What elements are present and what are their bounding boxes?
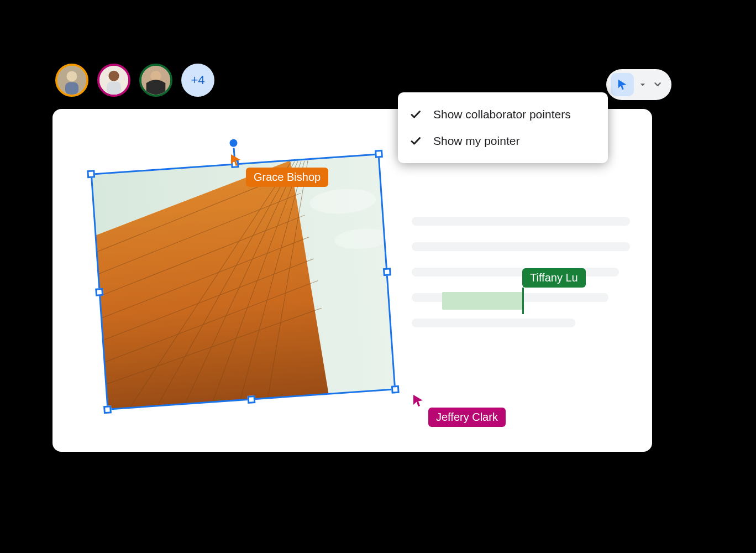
- cursor-icon: [616, 79, 628, 91]
- collaborator-label-grace: Grace Bishop: [246, 168, 328, 187]
- avatar-2[interactable]: [97, 64, 130, 97]
- text-line: [412, 217, 630, 226]
- svg-point-4: [108, 71, 119, 81]
- cursor-button[interactable]: [611, 73, 634, 96]
- resize-handle-tr[interactable]: [375, 150, 383, 158]
- pointer-visibility-menu: Show collaborator pointers Show my point…: [398, 92, 608, 163]
- avatar-overflow-count[interactable]: +4: [181, 64, 214, 97]
- menu-item-show-my-pointer[interactable]: Show my pointer: [409, 128, 592, 154]
- rotation-handle[interactable]: [229, 139, 238, 147]
- building-image: [92, 154, 395, 409]
- collaborator-pointer-jeffery: [412, 394, 425, 407]
- avatar-3[interactable]: [139, 64, 172, 97]
- check-icon: [409, 134, 422, 148]
- avatar-1[interactable]: [55, 64, 88, 97]
- menu-item-show-collaborator-pointers[interactable]: Show collaborator pointers: [409, 101, 592, 128]
- resize-handle-bm[interactable]: [247, 395, 255, 404]
- resize-handle-mr[interactable]: [383, 268, 391, 276]
- document-canvas: Show collaborator pointers Show my point…: [53, 109, 652, 452]
- caret-down-icon[interactable]: [637, 79, 648, 90]
- text-line: [412, 268, 619, 276]
- text-selection-tiffany: [442, 292, 522, 310]
- svg-point-7: [150, 71, 161, 81]
- menu-item-label: Show collaborator pointers: [433, 108, 571, 121]
- pointer-tool: [606, 69, 671, 100]
- collaborator-label-jeffery: Jeffery Clark: [428, 408, 506, 427]
- svg-point-1: [66, 71, 77, 82]
- chevron-down-icon[interactable]: [652, 79, 664, 91]
- document-body-text: Tiffany Lu: [412, 217, 630, 344]
- collaborator-avatars: +4: [55, 64, 666, 97]
- resize-handle-bl[interactable]: [103, 405, 112, 414]
- collaborator-label-tiffany: Tiffany Lu: [522, 268, 586, 288]
- text-line: [412, 319, 575, 327]
- svg-rect-2: [65, 82, 78, 95]
- text-cursor-tiffany: [522, 288, 524, 314]
- resize-handle-tl[interactable]: [87, 170, 95, 178]
- menu-item-label: Show my pointer: [433, 134, 519, 148]
- collaborator-pointer-grace: [229, 153, 243, 166]
- text-line: [412, 242, 630, 251]
- selected-image-object[interactable]: [92, 154, 395, 409]
- resize-handle-ml[interactable]: [95, 288, 103, 296]
- svg-rect-5: [107, 82, 121, 95]
- resize-handle-br[interactable]: [391, 385, 400, 394]
- check-icon: [409, 108, 422, 121]
